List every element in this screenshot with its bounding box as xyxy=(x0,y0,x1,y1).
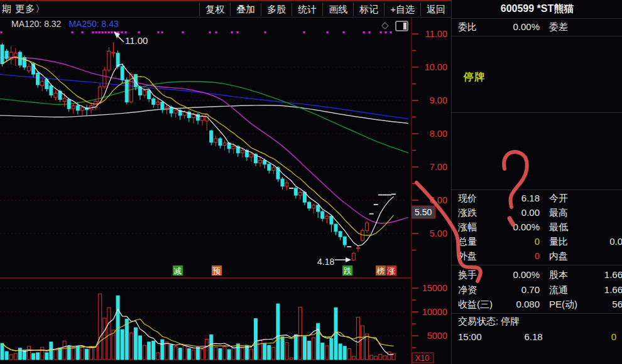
panel-toggle-bar xyxy=(403,23,406,29)
field-value: 0.00 xyxy=(486,206,540,220)
last-tick-row: 15:00 6.18 0 xyxy=(452,330,622,344)
field-label: 最低 xyxy=(549,220,568,234)
quote-row: 外盘0内盘 xyxy=(452,249,622,263)
quote-row: 涨跌0.00最高 xyxy=(452,206,622,220)
tick-time: 15:00 xyxy=(458,330,482,344)
field-value: 0.0 xyxy=(565,235,622,249)
volume-axis-label: 15000 xyxy=(422,283,447,293)
quote-row: 总量0量比0.0 xyxy=(452,235,622,249)
field-label: 净资 xyxy=(458,283,477,297)
peak-price-annotation: 11.00 xyxy=(125,35,148,46)
ma120-label: MA120: 8.32 xyxy=(11,19,61,29)
toolbar-button-0[interactable]: 复权 xyxy=(199,3,230,16)
panel-divider xyxy=(452,18,622,19)
field-value: 0 xyxy=(486,235,540,249)
field-value: 6.18 xyxy=(486,191,540,205)
event-tag[interactable]: 跌 xyxy=(344,267,352,276)
field-value: 0.00% xyxy=(486,220,540,234)
quote-row: 收益(三)0.080PE(动)56 xyxy=(452,297,622,311)
field-label: 现价 xyxy=(458,191,477,205)
field-label: 涨跌 xyxy=(458,206,477,220)
low-price-annotation: 4.18 xyxy=(317,257,334,267)
chart-toolbar: 期 更多〉 复权叠加多股统计画线标记+自选返回 xyxy=(0,1,451,18)
field-label: 委差 xyxy=(549,20,568,34)
ma-indicator-labels: MA120: 8.32MA250: 8.43 xyxy=(11,19,119,29)
price-axis-label: 10.00 xyxy=(425,62,447,72)
field-label: 涨幅 xyxy=(458,220,477,234)
quote-row: 现价6.18今开 xyxy=(452,191,622,205)
stock-title[interactable]: 600599 *ST熊猫 xyxy=(452,3,622,16)
volume-axis-label: 5000 xyxy=(427,331,447,341)
trade-status: 交易状态: 停牌 xyxy=(458,314,622,328)
field-value: 1.66 xyxy=(565,283,622,297)
diamond-marker-icon[interactable]: ◇ xyxy=(381,19,389,31)
field-value: 0 xyxy=(486,249,540,263)
panel-divider xyxy=(452,265,622,265)
field-value: 0.00% xyxy=(486,20,540,34)
toolbar-button-3[interactable]: 统计 xyxy=(292,3,322,16)
field-value: 0.080 xyxy=(486,297,540,311)
toolbar-button-6[interactable]: +自选 xyxy=(384,3,420,16)
field-label: 委比 xyxy=(458,20,477,34)
volume-axis-label: 10000 xyxy=(422,307,447,317)
field-label: 换手 xyxy=(458,268,477,282)
field-value: 1.66 xyxy=(565,268,622,282)
stock-chart[interactable]: 11.0010.009.008.007.006.005.001500010000… xyxy=(0,18,451,364)
axis-price-tag: 5.50 xyxy=(415,207,432,217)
event-tag[interactable]: 预 xyxy=(212,267,221,276)
toolbar-button-7[interactable]: 返回 xyxy=(420,3,451,16)
price-axis-label: 8.00 xyxy=(430,129,447,139)
period-more-label[interactable]: 期 更多〉 xyxy=(0,3,45,15)
panel-toggle-icon[interactable] xyxy=(395,21,408,31)
price-axis-label: 11.00 xyxy=(425,29,447,39)
ma250-label: MA250: 8.43 xyxy=(68,19,118,29)
quote-row: 换手0.00%股本1.66 xyxy=(452,268,622,282)
panel-divider xyxy=(452,190,622,190)
price-axis-label: 7.00 xyxy=(430,162,447,172)
quote-panel: 600599 *ST熊猫 停牌 交易状态: 停牌 15:00 6.18 0 委比… xyxy=(451,0,622,364)
field-value: 0.70 xyxy=(486,283,540,297)
toolbar-button-1[interactable]: 叠加 xyxy=(230,3,261,16)
event-tag[interactable]: 榜 xyxy=(376,267,385,276)
tick-price: 6.18 xyxy=(515,330,552,344)
price-axis-label: 6.00 xyxy=(430,195,447,205)
field-label: 内盘 xyxy=(549,249,568,263)
field-label: 今开 xyxy=(549,191,568,205)
volume-unit-label: X10 xyxy=(415,354,429,363)
toolbar-button-2[interactable]: 多股 xyxy=(261,3,292,16)
suspended-badge: 停牌 xyxy=(464,71,485,84)
toolbar-button-5[interactable]: 标记 xyxy=(353,3,384,16)
field-label: 总量 xyxy=(458,235,477,249)
panel-divider xyxy=(452,36,622,36)
event-tag[interactable]: 减 xyxy=(174,267,182,276)
event-tag[interactable]: 涨 xyxy=(387,267,396,276)
toolbar-button-4[interactable]: 画线 xyxy=(322,3,353,16)
field-value: 56 xyxy=(565,297,622,311)
field-label: 外盘 xyxy=(458,249,477,263)
panel-divider xyxy=(452,112,622,113)
tick-volume: 0 xyxy=(611,330,616,344)
field-label: 最高 xyxy=(549,206,568,220)
quote-row: 净资0.70流通1.66 xyxy=(452,283,622,297)
price-axis-label: 5.00 xyxy=(430,228,447,238)
panel-divider xyxy=(452,313,622,314)
quote-row: 涨幅0.00%最低 xyxy=(452,220,622,234)
price-axis-label: 9.00 xyxy=(430,95,447,105)
weibi-row: 委比0.00%委差 xyxy=(452,20,622,34)
field-value: 0.00% xyxy=(486,268,540,282)
kline-chart-area[interactable]: 11.0010.009.008.007.006.005.001500010000… xyxy=(0,18,451,364)
